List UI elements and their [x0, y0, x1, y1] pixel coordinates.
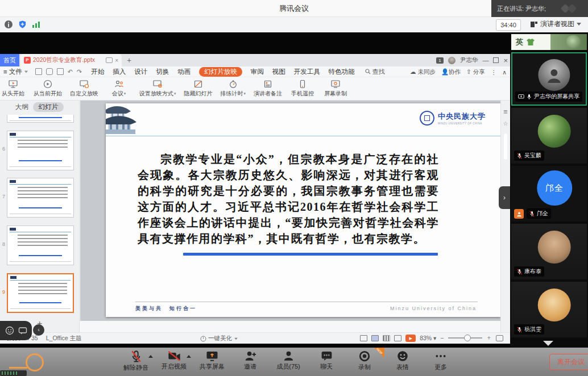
account-avatar[interactable]: [448, 57, 456, 64]
star-tools-icon[interactable]: ☆: [501, 120, 510, 127]
menu-home[interactable]: 开始: [91, 68, 104, 76]
slide-thumbnail-6[interactable]: [7, 131, 74, 170]
meeting-timer: 34:40: [496, 19, 521, 31]
menu-transitions[interactable]: 切换: [156, 68, 169, 76]
menu-special-features[interactable]: 特色功能: [329, 68, 355, 76]
account-name[interactable]: 尹志华: [460, 56, 478, 64]
security-shield-icon[interactable]: [18, 20, 27, 29]
window-close-button[interactable]: ×: [503, 57, 508, 64]
new-tab-button[interactable]: ＋: [122, 54, 136, 66]
slide-header-rule: [106, 136, 500, 136]
menu-view[interactable]: 视图: [272, 68, 285, 76]
collaborate-button[interactable]: 👤协作: [441, 68, 461, 76]
window-restore-button[interactable]: [493, 57, 499, 63]
sidebar-expand-handle[interactable]: ›: [499, 186, 510, 209]
participant-tile[interactable]: 康布泰: [511, 224, 587, 279]
participant-tile-partial[interactable]: 英: [511, 34, 587, 50]
search-box[interactable]: 查找: [365, 68, 385, 76]
emoji-button[interactable]: 表情: [390, 350, 416, 372]
beautify-button[interactable]: 一键美化: [200, 335, 238, 342]
menu-design[interactable]: 设计: [134, 68, 147, 76]
print-preview-icon[interactable]: [57, 68, 64, 75]
chat-button[interactable]: 聊天: [313, 350, 339, 372]
record-button[interactable]: NEW 录制: [351, 350, 378, 372]
ribbon-from-beginning[interactable]: 从头开始: [0, 80, 30, 98]
redo-icon[interactable]: ↷: [77, 68, 82, 76]
scroll-more-participants-icon[interactable]: [543, 341, 553, 346]
print-icon[interactable]: [46, 68, 53, 75]
zoom-slider[interactable]: [448, 337, 482, 339]
menu-slideshow[interactable]: 幻灯片放映: [199, 67, 242, 77]
cloud-sync-status[interactable]: ☁ 未同步: [410, 68, 436, 76]
play-slideshow-button[interactable]: ▶: [405, 335, 416, 342]
reaction-panel[interactable]: [0, 321, 32, 340]
participant-tile[interactable]: 邝全 邝全: [511, 166, 587, 222]
mic-muted-icon: [529, 211, 535, 217]
slide-thumbnail-8[interactable]: [7, 225, 74, 265]
start-video-button[interactable]: 开启视频: [161, 350, 187, 372]
ribbon-meeting[interactable]: 会议▾: [102, 80, 135, 98]
mic-options-arrow-icon[interactable]: [148, 355, 153, 358]
slide-thumbnail-partial[interactable]: [7, 115, 74, 123]
ribbon-custom-show[interactable]: 自定义放映: [66, 80, 102, 98]
members-button[interactable]: 成员(75): [275, 350, 301, 372]
menu-developer[interactable]: 开发工具: [294, 68, 320, 76]
wps-home-tab[interactable]: 首页: [0, 54, 19, 66]
zoom-out-icon[interactable]: −: [440, 335, 444, 341]
participant-tile[interactable]: 杨淇雯: [511, 282, 587, 337]
file-menu[interactable]: ≡ 文件: [0, 68, 32, 76]
current-view-icon[interactable]: [371, 335, 379, 341]
wps-document-tab[interactable]: P 2020哲宗专业教育.pptx ×: [20, 54, 122, 66]
more-menu-icon[interactable]: ⋮: [491, 69, 497, 76]
tshirt-icon: [526, 38, 535, 46]
zoom-in-icon[interactable]: ＋: [486, 334, 492, 342]
ribbon-screen-record[interactable]: 屏幕录制: [319, 80, 352, 98]
participant-tile-screen-share[interactable]: 尹志华的屏幕共享: [511, 52, 587, 106]
save-icon[interactable]: [35, 68, 42, 75]
collapse-ribbon-icon[interactable]: ∧: [502, 69, 507, 76]
slide-thumbnail-7[interactable]: [7, 178, 74, 218]
menu-animations[interactable]: 动画: [177, 68, 191, 76]
ribbon-hide-slide[interactable]: 隐藏幻灯片: [180, 80, 217, 98]
leave-meeting-button[interactable]: 离开会议: [549, 354, 588, 370]
ribbon-from-current[interactable]: 从当前开始: [30, 80, 66, 98]
ribbon-phone-remote[interactable]: 手机遥控: [286, 80, 319, 98]
ribbon-presenter-notes[interactable]: 演讲者备注: [250, 80, 286, 98]
unmute-button[interactable]: 解除静音: [123, 350, 149, 372]
wps-body: 大纲 幻灯片 6 7 8 9: [0, 101, 510, 332]
meeting-info-icon[interactable]: [4, 20, 13, 29]
share-screen-button[interactable]: 共享屏幕: [199, 350, 225, 372]
network-signal-icon[interactable]: [32, 20, 40, 28]
participant-tile[interactable]: 吴宝麟: [511, 108, 587, 164]
zoom-percent[interactable]: 83% ▾: [420, 335, 436, 341]
window-minimize-button[interactable]: —: [482, 57, 488, 64]
share-button[interactable]: ⇧ 分享: [466, 68, 485, 76]
collapse-panel-handle[interactable]: ‹: [33, 324, 44, 336]
slide-canvas[interactable]: 中央民族大学 MINZU UNIVERSITY OF CHINA 宗教学专业是“…: [106, 103, 500, 317]
emoji-reaction-icon[interactable]: [5, 326, 14, 335]
tab-slides[interactable]: 幻灯片: [33, 102, 64, 112]
person-photo: [546, 67, 562, 83]
slide-thumbnail-9-selected[interactable]: [7, 273, 74, 313]
tab-outline[interactable]: 大纲: [15, 103, 28, 111]
undo-icon[interactable]: ↶: [68, 68, 73, 76]
slide-footer-en: Minzu University of China: [390, 306, 477, 311]
zoom-slider-knob[interactable]: [464, 335, 471, 341]
close-tab-icon[interactable]: ×: [115, 57, 118, 64]
notes-panel-icon[interactable]: ≣: [501, 108, 510, 115]
shared-screen-stage: 首页 P 2020哲宗专业教育.pptx × ＋ 1 尹志华 — × ≡ 文件: [0, 32, 510, 348]
more-button[interactable]: 更多: [428, 350, 454, 372]
reading-view-icon[interactable]: [394, 335, 401, 341]
menu-review[interactable]: 审阅: [251, 68, 264, 76]
fullscreen-icon[interactable]: [496, 335, 503, 341]
normal-view-icon[interactable]: [360, 335, 367, 341]
chat-bubble-icon[interactable]: [18, 327, 27, 335]
ribbon-rehearse-timings[interactable]: 排练计时▾: [217, 80, 250, 98]
menu-insert[interactable]: 插入: [113, 68, 126, 76]
ribbon-setup-show[interactable]: 设置放映方式▾: [135, 80, 180, 98]
slide-sorter-icon[interactable]: [383, 335, 390, 341]
video-options-arrow-icon[interactable]: [187, 355, 191, 358]
vertical-scrollbar[interactable]: [504, 133, 507, 160]
view-mode-selector[interactable]: 演讲者视图: [530, 19, 581, 29]
invite-button[interactable]: 邀请: [237, 350, 263, 372]
